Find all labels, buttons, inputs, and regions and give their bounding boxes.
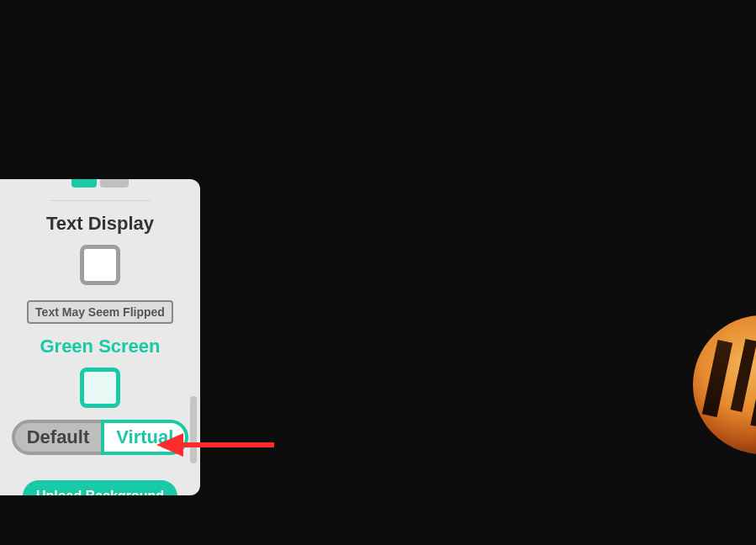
green-screen-checkbox[interactable] — [80, 368, 120, 408]
toggle-fragment-on[interactable] — [71, 179, 97, 188]
section-divider — [50, 200, 151, 201]
background-mode-virtual[interactable]: Virtual — [101, 420, 188, 455]
background-mode-toggle: Default Virtual — [12, 420, 189, 455]
settings-panel: Text Display Text May Seem Flipped Green… — [0, 179, 200, 495]
top-toggle-fragment — [71, 179, 129, 188]
background-mode-default[interactable]: Default — [12, 420, 105, 455]
text-display-title: Text Display — [46, 213, 154, 235]
panel-content: Text Display Text May Seem Flipped Green… — [0, 179, 200, 495]
text-flipped-note: Text May Seem Flipped — [27, 300, 173, 324]
toggle-fragment-off[interactable] — [100, 179, 129, 188]
panel-scrollbar-thumb[interactable] — [190, 396, 197, 463]
green-screen-title: Green Screen — [40, 336, 160, 357]
text-display-checkbox[interactable] — [80, 245, 120, 285]
upload-background-button[interactable]: Upload Background — [23, 480, 177, 495]
avatar-circle — [693, 315, 756, 454]
